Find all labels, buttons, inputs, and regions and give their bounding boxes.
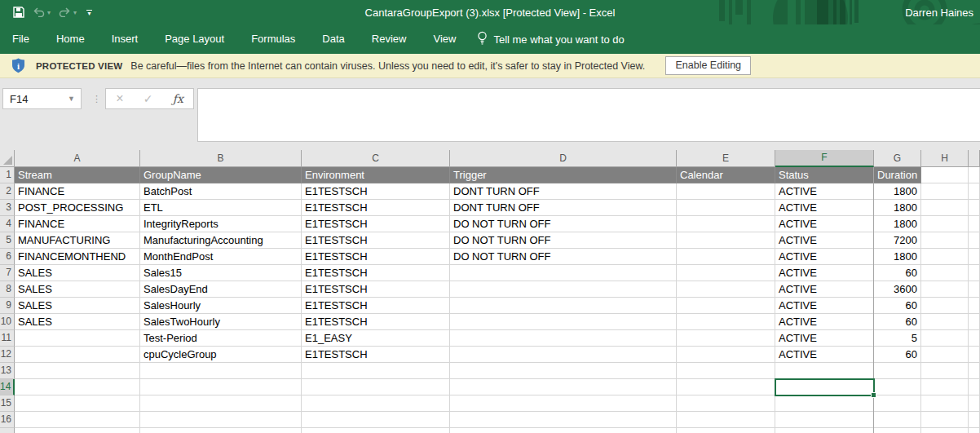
redo-dropdown-icon[interactable]: ▾	[73, 9, 77, 16]
row-header-1[interactable]: 1	[0, 167, 15, 183]
cell-x15[interactable]	[969, 395, 980, 412]
cell-F10[interactable]: ACTIVE	[775, 314, 874, 330]
cell-A9[interactable]: SALES	[15, 298, 140, 314]
cell-B15[interactable]	[140, 395, 302, 412]
cell-B11[interactable]: Test-Period	[140, 330, 302, 347]
cell-x6[interactable]	[969, 249, 980, 265]
cell-C12[interactable]: E1TESTSCH	[302, 347, 450, 363]
cell-B9[interactable]: SalesHourly	[140, 298, 302, 314]
cell-x3[interactable]	[969, 200, 980, 216]
cell-C8[interactable]: E1TESTSCH	[302, 281, 450, 298]
cell-E1[interactable]: Calendar	[677, 167, 775, 183]
cell-G12[interactable]: 60	[874, 347, 921, 363]
cell-F1[interactable]: Status	[775, 167, 874, 183]
cell-B12[interactable]: cpuCycleGroup	[140, 347, 302, 363]
cell-G9[interactable]: 60	[874, 298, 921, 314]
tab-view[interactable]: View	[422, 24, 466, 54]
cell-H5[interactable]	[921, 232, 969, 249]
redo-icon[interactable]	[59, 7, 71, 17]
column-header-G[interactable]: G	[874, 150, 921, 167]
cell-A6[interactable]: FINANCEMONTHEND	[15, 249, 140, 265]
name-box[interactable]: F14 ▼	[2, 88, 82, 109]
cell-x1[interactable]	[969, 167, 980, 183]
select-all-corner[interactable]	[0, 150, 15, 167]
cell-A12[interactable]	[15, 347, 140, 363]
cell-H12[interactable]	[921, 347, 969, 363]
cell-x12[interactable]	[969, 347, 980, 363]
cell-G16[interactable]	[874, 412, 921, 428]
column-header-H[interactable]: H	[921, 150, 969, 167]
cell-A7[interactable]: SALES	[15, 265, 140, 281]
cell-F16[interactable]	[775, 412, 874, 428]
cell-D4[interactable]: DO NOT TURN OFF	[450, 216, 677, 232]
cell-B16[interactable]	[140, 412, 302, 428]
cell-C14[interactable]	[302, 379, 450, 395]
column-header-F[interactable]: F	[775, 150, 874, 167]
cell-F5[interactable]: ACTIVE	[775, 232, 874, 249]
cell-H15[interactable]	[921, 395, 969, 412]
cell-A2[interactable]: FINANCE	[15, 183, 140, 200]
cell-G10[interactable]: 60	[874, 314, 921, 330]
cell-G4[interactable]: 1800	[874, 216, 921, 232]
cell-E8[interactable]	[677, 281, 775, 298]
cell-C2[interactable]: E1TESTSCH	[302, 183, 450, 200]
cell-x4[interactable]	[969, 216, 980, 232]
name-box-dropdown-icon[interactable]: ▼	[68, 95, 81, 103]
cell-H13[interactable]	[921, 363, 969, 379]
cell-E6[interactable]	[677, 249, 775, 265]
cell-x7[interactable]	[969, 265, 980, 281]
cell-E5[interactable]	[677, 232, 775, 249]
cell-C5[interactable]: E1TESTSCH	[302, 232, 450, 249]
row-header-3[interactable]: 3	[0, 200, 15, 216]
cell-x14[interactable]	[969, 379, 980, 395]
cell-H6[interactable]	[921, 249, 969, 265]
cell-D14[interactable]	[450, 379, 677, 395]
cell-D15[interactable]	[450, 395, 677, 412]
fill-handle[interactable]	[871, 392, 876, 398]
row-header-14[interactable]: 14	[0, 379, 15, 395]
cell-E16[interactable]	[677, 412, 775, 428]
cell-B13[interactable]	[140, 363, 302, 379]
column-header-D[interactable]: D	[450, 150, 677, 167]
cell-E11[interactable]	[677, 330, 775, 347]
cell-B5[interactable]: ManufacturingAccounting	[140, 232, 302, 249]
active-cell-selection[interactable]	[775, 378, 875, 396]
cell-C11[interactable]: E1_EASY	[302, 330, 450, 347]
cell-H1[interactable]	[921, 167, 969, 183]
cell-H16[interactable]	[921, 412, 969, 428]
column-header-A[interactable]: A	[15, 150, 140, 167]
cell-F11[interactable]: ACTIVE	[775, 330, 874, 347]
column-header-partial[interactable]	[969, 150, 980, 167]
tab-insert[interactable]: Insert	[101, 24, 149, 54]
cell-D10[interactable]	[450, 314, 677, 330]
row-header-6[interactable]: 6	[0, 249, 15, 265]
row-header-11[interactable]: 11	[0, 330, 15, 347]
cell-A16[interactable]	[15, 412, 140, 428]
row-header-10[interactable]: 10	[0, 314, 15, 330]
save-icon[interactable]	[13, 7, 24, 18]
signed-in-user[interactable]: Darren Haines	[905, 7, 973, 19]
cell-x16[interactable]	[969, 412, 980, 428]
cell-A1[interactable]: Stream	[15, 167, 140, 183]
cell-G11[interactable]: 5	[874, 330, 921, 347]
row-header-partial[interactable]	[0, 428, 15, 433]
cell-H7[interactable]	[921, 265, 969, 281]
enable-editing-button[interactable]: Enable Editing	[665, 56, 751, 75]
undo-icon[interactable]	[33, 7, 45, 17]
column-header-E[interactable]: E	[677, 150, 775, 167]
cell-E7[interactable]	[677, 265, 775, 281]
cell-F12[interactable]: ACTIVE	[775, 347, 874, 363]
cell-F3[interactable]: ACTIVE	[775, 200, 874, 216]
cell-H8[interactable]	[921, 281, 969, 298]
column-header-B[interactable]: B	[140, 150, 302, 167]
column-header-C[interactable]: C	[302, 150, 450, 167]
cell-F8[interactable]: ACTIVE	[775, 281, 874, 298]
cell-D1[interactable]: Trigger	[450, 167, 677, 183]
customize-quick-access-icon[interactable]: ▾	[86, 10, 92, 15]
row-header-5[interactable]: 5	[0, 232, 15, 249]
cell-A15[interactable]	[15, 395, 140, 412]
tab-data[interactable]: Data	[311, 24, 355, 54]
formula-input[interactable]	[197, 88, 980, 142]
insert-function-icon[interactable]: ƒx	[173, 92, 183, 105]
cell-F6[interactable]: ACTIVE	[775, 249, 874, 265]
